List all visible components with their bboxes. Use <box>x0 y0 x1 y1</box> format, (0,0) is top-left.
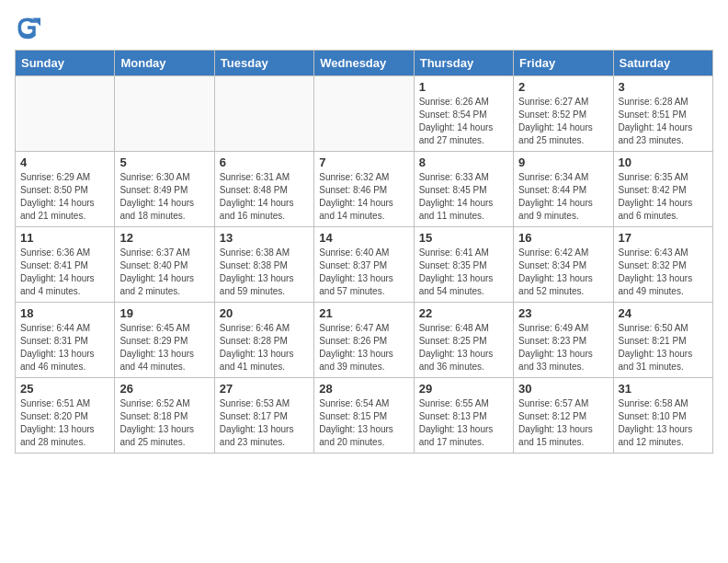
day-number: 20 <box>220 306 309 320</box>
day-info: Sunrise: 6:38 AM Sunset: 8:38 PM Dayligh… <box>220 247 309 298</box>
day-info: Sunrise: 6:37 AM Sunset: 8:40 PM Dayligh… <box>119 247 209 298</box>
calendar-cell: 26Sunrise: 6:52 AM Sunset: 8:18 PM Dayli… <box>115 378 214 454</box>
weekday-header-saturday: Saturday <box>613 51 712 76</box>
calendar-cell: 27Sunrise: 6:53 AM Sunset: 8:17 PM Dayli… <box>214 378 313 454</box>
day-info: Sunrise: 6:54 AM Sunset: 8:15 PM Dayligh… <box>319 397 408 449</box>
day-info: Sunrise: 6:32 AM Sunset: 8:46 PM Dayligh… <box>319 171 408 223</box>
calendar-week-1: 1Sunrise: 6:26 AM Sunset: 8:54 PM Daylig… <box>16 76 713 152</box>
page-header <box>15 15 713 40</box>
calendar-header-row: SundayMondayTuesdayWednesdayThursdayFrid… <box>16 51 713 76</box>
day-number: 13 <box>220 231 309 245</box>
day-info: Sunrise: 6:31 AM Sunset: 8:48 PM Dayligh… <box>220 171 309 223</box>
day-info: Sunrise: 6:53 AM Sunset: 8:17 PM Dayligh… <box>220 397 309 449</box>
day-number: 30 <box>518 382 608 396</box>
day-number: 12 <box>119 231 209 245</box>
day-info: Sunrise: 6:28 AM Sunset: 8:51 PM Dayligh… <box>619 96 708 147</box>
calendar-week-4: 18Sunrise: 6:44 AM Sunset: 8:31 PM Dayli… <box>16 303 713 378</box>
day-number: 2 <box>518 80 608 94</box>
day-info: Sunrise: 6:49 AM Sunset: 8:23 PM Dayligh… <box>518 322 608 373</box>
day-info: Sunrise: 6:55 AM Sunset: 8:13 PM Dayligh… <box>419 397 508 449</box>
day-number: 22 <box>419 306 508 320</box>
calendar-week-3: 11Sunrise: 6:36 AM Sunset: 8:41 PM Dayli… <box>16 227 713 303</box>
day-number: 7 <box>319 155 408 169</box>
calendar-cell: 25Sunrise: 6:51 AM Sunset: 8:20 PM Dayli… <box>16 378 115 454</box>
day-info: Sunrise: 6:41 AM Sunset: 8:35 PM Dayligh… <box>419 247 508 298</box>
day-info: Sunrise: 6:42 AM Sunset: 8:34 PM Dayligh… <box>518 247 608 298</box>
calendar-cell <box>16 76 115 152</box>
day-info: Sunrise: 6:48 AM Sunset: 8:25 PM Dayligh… <box>419 322 508 373</box>
day-number: 27 <box>220 382 309 396</box>
day-info: Sunrise: 6:47 AM Sunset: 8:26 PM Dayligh… <box>319 322 408 373</box>
weekday-header-monday: Monday <box>115 51 214 76</box>
weekday-header-wednesday: Wednesday <box>314 51 414 76</box>
day-number: 8 <box>419 155 508 169</box>
day-number: 19 <box>119 306 209 320</box>
calendar-cell: 10Sunrise: 6:35 AM Sunset: 8:42 PM Dayli… <box>613 152 712 227</box>
calendar-cell: 8Sunrise: 6:33 AM Sunset: 8:45 PM Daylig… <box>414 152 513 227</box>
day-number: 6 <box>220 155 309 169</box>
calendar-cell: 16Sunrise: 6:42 AM Sunset: 8:34 PM Dayli… <box>514 227 613 303</box>
day-info: Sunrise: 6:27 AM Sunset: 8:52 PM Dayligh… <box>518 96 608 147</box>
day-number: 31 <box>619 382 708 396</box>
day-number: 10 <box>619 155 708 169</box>
day-info: Sunrise: 6:40 AM Sunset: 8:37 PM Dayligh… <box>319 247 408 298</box>
day-info: Sunrise: 6:43 AM Sunset: 8:32 PM Dayligh… <box>619 247 708 298</box>
day-number: 16 <box>518 231 608 245</box>
day-number: 17 <box>619 231 708 245</box>
day-info: Sunrise: 6:51 AM Sunset: 8:20 PM Dayligh… <box>20 397 109 449</box>
calendar-cell: 11Sunrise: 6:36 AM Sunset: 8:41 PM Dayli… <box>16 227 115 303</box>
day-number: 1 <box>419 80 508 94</box>
day-info: Sunrise: 6:58 AM Sunset: 8:10 PM Dayligh… <box>619 397 708 449</box>
day-number: 14 <box>319 231 408 245</box>
day-info: Sunrise: 6:44 AM Sunset: 8:31 PM Dayligh… <box>20 322 109 373</box>
day-info: Sunrise: 6:35 AM Sunset: 8:42 PM Dayligh… <box>619 171 708 223</box>
day-number: 3 <box>619 80 708 94</box>
calendar-cell: 1Sunrise: 6:26 AM Sunset: 8:54 PM Daylig… <box>414 76 513 152</box>
calendar-cell <box>115 76 214 152</box>
calendar-cell: 24Sunrise: 6:50 AM Sunset: 8:21 PM Dayli… <box>613 303 712 378</box>
day-number: 26 <box>119 382 209 396</box>
day-info: Sunrise: 6:45 AM Sunset: 8:29 PM Dayligh… <box>119 322 209 373</box>
calendar-cell: 2Sunrise: 6:27 AM Sunset: 8:52 PM Daylig… <box>514 76 613 152</box>
weekday-header-sunday: Sunday <box>16 51 115 76</box>
day-number: 18 <box>20 306 109 320</box>
day-number: 15 <box>419 231 508 245</box>
day-info: Sunrise: 6:33 AM Sunset: 8:45 PM Dayligh… <box>419 171 508 223</box>
calendar-cell: 9Sunrise: 6:34 AM Sunset: 8:44 PM Daylig… <box>514 152 613 227</box>
calendar-cell: 5Sunrise: 6:30 AM Sunset: 8:49 PM Daylig… <box>115 152 214 227</box>
day-info: Sunrise: 6:30 AM Sunset: 8:49 PM Dayligh… <box>119 171 209 223</box>
calendar-cell: 17Sunrise: 6:43 AM Sunset: 8:32 PM Dayli… <box>613 227 712 303</box>
calendar-cell: 4Sunrise: 6:29 AM Sunset: 8:50 PM Daylig… <box>16 152 115 227</box>
calendar-cell: 19Sunrise: 6:45 AM Sunset: 8:29 PM Dayli… <box>115 303 214 378</box>
calendar-cell: 30Sunrise: 6:57 AM Sunset: 8:12 PM Dayli… <box>514 378 613 454</box>
calendar-cell: 31Sunrise: 6:58 AM Sunset: 8:10 PM Dayli… <box>613 378 712 454</box>
weekday-header-tuesday: Tuesday <box>214 51 313 76</box>
day-info: Sunrise: 6:52 AM Sunset: 8:18 PM Dayligh… <box>119 397 209 449</box>
day-info: Sunrise: 6:36 AM Sunset: 8:41 PM Dayligh… <box>20 247 109 298</box>
logo-icon <box>15 15 40 40</box>
weekday-header-thursday: Thursday <box>414 51 513 76</box>
calendar-cell: 29Sunrise: 6:55 AM Sunset: 8:13 PM Dayli… <box>414 378 513 454</box>
day-number: 24 <box>619 306 708 320</box>
calendar-week-2: 4Sunrise: 6:29 AM Sunset: 8:50 PM Daylig… <box>16 152 713 227</box>
calendar-cell: 7Sunrise: 6:32 AM Sunset: 8:46 PM Daylig… <box>314 152 414 227</box>
day-number: 4 <box>20 155 109 169</box>
day-info: Sunrise: 6:50 AM Sunset: 8:21 PM Dayligh… <box>619 322 708 373</box>
calendar-cell: 18Sunrise: 6:44 AM Sunset: 8:31 PM Dayli… <box>16 303 115 378</box>
weekday-header-friday: Friday <box>514 51 613 76</box>
calendar-cell: 15Sunrise: 6:41 AM Sunset: 8:35 PM Dayli… <box>414 227 513 303</box>
logo <box>15 15 44 40</box>
calendar-cell <box>314 76 414 152</box>
calendar-table: SundayMondayTuesdayWednesdayThursdayFrid… <box>15 50 713 454</box>
day-info: Sunrise: 6:34 AM Sunset: 8:44 PM Dayligh… <box>518 171 608 223</box>
day-number: 28 <box>319 382 408 396</box>
day-number: 9 <box>518 155 608 169</box>
calendar-week-5: 25Sunrise: 6:51 AM Sunset: 8:20 PM Dayli… <box>16 378 713 454</box>
calendar-cell: 3Sunrise: 6:28 AM Sunset: 8:51 PM Daylig… <box>613 76 712 152</box>
calendar-cell: 14Sunrise: 6:40 AM Sunset: 8:37 PM Dayli… <box>314 227 414 303</box>
day-number: 25 <box>20 382 109 396</box>
calendar-cell: 23Sunrise: 6:49 AM Sunset: 8:23 PM Dayli… <box>514 303 613 378</box>
day-number: 5 <box>119 155 209 169</box>
day-number: 29 <box>419 382 508 396</box>
calendar-cell: 12Sunrise: 6:37 AM Sunset: 8:40 PM Dayli… <box>115 227 214 303</box>
